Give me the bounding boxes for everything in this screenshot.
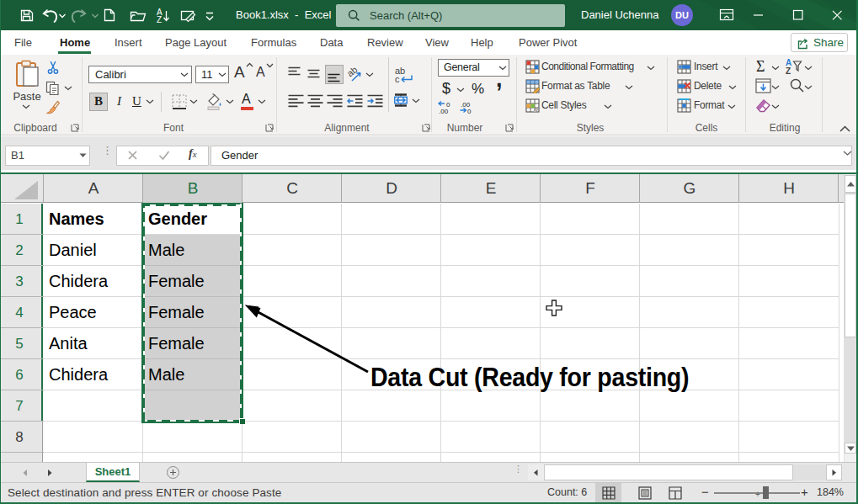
svg-text:ab: ab xyxy=(348,66,360,78)
svg-text:Z: Z xyxy=(786,66,791,75)
svg-text:0: 0 xyxy=(467,108,472,114)
svg-text:Z: Z xyxy=(157,15,162,24)
svg-text:.00: .00 xyxy=(439,108,449,114)
svg-text:c: c xyxy=(395,74,400,83)
